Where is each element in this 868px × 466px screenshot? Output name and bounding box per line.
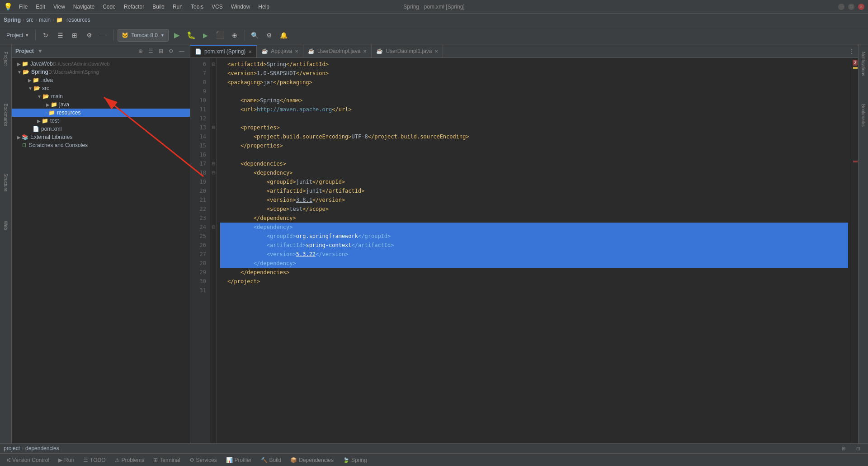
spring-btn[interactable]: 🍃 Spring [339,456,371,464]
list-icon[interactable]: ☰ [54,29,66,42]
menu-navigate[interactable]: Navigate [70,3,98,11]
search-button[interactable]: 🔍 [249,29,261,42]
project-tree: ▶ 📁 JavaWeb D:\Users\Admin\JavaWeb ▼ 📂 S… [12,58,190,443]
tree-gear-icon[interactable]: ⚙ [167,47,175,55]
minimize-panel-icon[interactable]: — [97,29,110,42]
sidebar-project-label[interactable]: Project [3,48,8,69]
stop-button[interactable]: ⬛ [214,29,226,42]
tab-close-app-java[interactable]: ✕ [295,49,298,54]
collapse-icon[interactable]: ⊞ [68,29,81,42]
terminal-btn[interactable]: ⊞ Terminal [150,456,184,464]
menu-tools[interactable]: Tools [187,3,207,11]
tomcat-selector[interactable]: 🐱 Tomcat 8.0 ▼ [118,29,169,42]
fold-14 [210,132,216,141]
maximize-button[interactable]: □ [848,4,854,10]
run-tool-btn[interactable]: ▶ Run [55,456,78,464]
fold-15 [210,141,216,150]
tab-pom-xml[interactable]: 📄 pom.xml (Spring) ✕ [190,45,257,57]
bc-project[interactable]: project [4,445,20,452]
tree-item-pomxml[interactable]: ▶ 📄 pom.xml [12,125,190,133]
menu-vcs[interactable]: VCS [208,3,226,11]
code-line-30: </project> [220,277,848,286]
tab-userdaoimpl[interactable]: ☕ UserDaoImpl.java ✕ [303,45,372,57]
todo-btn[interactable]: ☰ TODO [80,456,109,464]
tree-settings-icon[interactable]: ☰ [146,47,155,55]
line-num-17: 17 [190,159,206,168]
settings-icon[interactable]: ⚙ [83,29,95,42]
problems-btn[interactable]: ⚠ Problems [111,456,148,464]
tab-close-userdaoimpl[interactable]: ✕ [363,49,367,54]
line-numbers: 6 7 8 9 10 11 12 13 14 15 16 17 18 19 20… [190,58,210,443]
tab-app-java[interactable]: ☕ App.java ✕ [257,45,303,57]
debug-button[interactable]: 🐛 [185,29,198,42]
close-button[interactable]: ✕ [858,4,864,10]
tab-userdaoimpl1[interactable]: ☕ UserDaoImpl1.java ✕ [372,45,443,57]
line-num-18: 18 [190,168,206,177]
menu-refactor[interactable]: Refactor [120,3,148,11]
scratch-icon: 🗒 [22,142,27,148]
menu-code[interactable]: Code [99,3,119,11]
scope-icon[interactable]: ⊕ [137,47,145,55]
line-num-7: 7 [190,69,206,78]
tree-item-java[interactable]: ▶ 📁 java [12,100,190,109]
breadcrumb-src[interactable]: src [26,17,33,23]
tabs-more-icon[interactable]: ⋮ [845,45,858,57]
menu-build[interactable]: Build [149,3,168,11]
toolbar-project-btn[interactable]: Project ▼ [4,29,32,42]
menu-view[interactable]: View [50,3,69,11]
tree-item-resources[interactable]: · 📁 resources [12,109,190,117]
menu-window[interactable]: Window [227,3,254,11]
project-dropdown-icon[interactable]: ▼ [38,48,43,54]
sidebar-structure-label[interactable]: Structure [3,170,8,195]
dependencies-btn[interactable]: 📦 Dependencies [287,456,337,464]
tree-item-javaweb[interactable]: ▶ 📁 JavaWeb D:\Users\Admin\JavaWeb [12,60,190,68]
folder-open-icon: 📂 [42,93,49,100]
tree-collapse-all-icon[interactable]: ⊞ [157,47,165,55]
tree-minimize-icon[interactable]: — [177,47,186,55]
more-run-options-icon[interactable]: ⊕ [228,29,241,42]
tree-item-javaweb-label: JavaWeb [30,61,53,67]
xml-file-icon: 📄 [33,126,39,132]
build-btn[interactable]: 🔨 Build [257,456,285,464]
folder-icon: 📁 [22,61,28,67]
tree-item-idea[interactable]: ▶ 📁 .idea [12,76,190,84]
tree-item-spring[interactable]: ▼ 📂 Spring D:\Users\Admin\Spring [12,68,190,76]
layout-toggle-btn[interactable]: ⊞ [837,442,850,455]
sync-icon[interactable]: ↻ [39,29,52,42]
tree-item-test[interactable]: ▶ 📁 test [12,117,190,125]
services-btn[interactable]: ⚙ Services [186,456,221,464]
tree-item-scratches[interactable]: ▶ 🗒 Scratches and Consoles [12,141,190,149]
sidebar-bookmark-label[interactable]: Bookmarks [3,100,8,130]
breadcrumb-main[interactable]: main [39,17,51,23]
profiler-btn[interactable]: 📊 Profiler [222,456,255,464]
tree-item-pomxml-label: pom.xml [41,126,61,132]
menu-edit[interactable]: Edit [32,3,49,11]
bc-dependencies[interactable]: dependencies [25,445,59,452]
coverage-button[interactable]: ▶ [199,29,212,42]
sidebar-web-label[interactable]: Web [3,217,8,233]
tree-item-src[interactable]: ▼ 📂 src [12,84,190,92]
menu-file[interactable]: File [15,3,31,11]
version-control-btn[interactable]: ⑆ Version Control [4,456,53,464]
chevron-right-icon: ▶ [17,135,21,140]
chevron-right-icon: ▶ [17,62,21,67]
minimize-button[interactable]: — [838,4,844,10]
menu-help[interactable]: Help [255,3,273,11]
tree-item-main[interactable]: ▼ 📂 main [12,92,190,100]
tab-close-userdaoimpl1[interactable]: ✕ [434,49,438,54]
view-options-btn[interactable]: ⊡ [852,442,864,455]
tree-item-external-libs[interactable]: ▶ 📚 External Libraries [12,133,190,141]
settings-button[interactable]: ⚙ [263,29,276,42]
menu-run[interactable]: Run [169,3,186,11]
tomcat-icon: 🐱 [122,32,128,38]
notifications-button[interactable]: 🔔 [278,29,290,42]
code-line-17: <dependencies> [220,159,848,168]
tab-close-pom-xml[interactable]: ✕ [248,49,252,54]
notifications-tab[interactable]: Notifications [861,48,866,80]
breadcrumb-resources[interactable]: resources [66,17,90,23]
fold-12 [210,114,216,123]
run-button[interactable]: ▶ [170,29,183,42]
code-editor[interactable]: <artifactId>Spring</artifactId> <version… [217,58,852,443]
breadcrumb-spring[interactable]: Spring [4,17,21,23]
bookmarks-tab-right[interactable]: Bookmarks [861,100,866,130]
